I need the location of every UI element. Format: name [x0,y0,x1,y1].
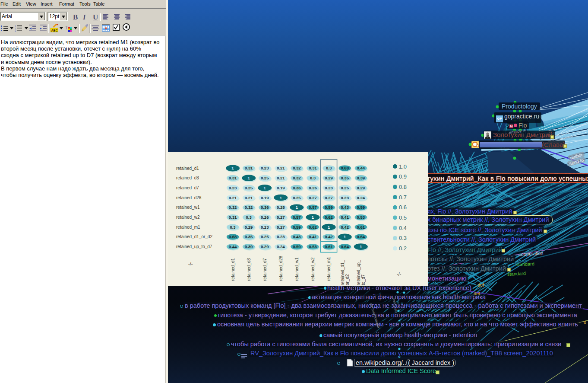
svg-text:0.44: 0.44 [357,166,365,170]
svg-text:1: 1 [328,225,330,230]
svg-text:0.7: 0.7 [399,194,407,201]
svg-text:0.32: 0.32 [229,205,237,210]
svg-text:0.53: 0.53 [309,244,317,249]
svg-text:0.25: 0.25 [261,176,269,180]
svg-text:0.57: 0.57 [293,215,301,220]
svg-text:0.29: 0.29 [325,176,333,180]
svg-text:0.19: 0.19 [261,195,269,200]
svg-text:0.25: 0.25 [245,185,253,190]
svg-text:retained_w2: retained_w2 [176,215,200,220]
svg-text:0.21: 0.21 [245,195,253,200]
svg-text:0.27: 0.27 [309,195,317,200]
svg-text:0.31: 0.31 [309,166,317,170]
svg-text:0.29: 0.29 [245,225,253,230]
svg-text:ABC: ABC [51,29,58,32]
svg-text:0.19: 0.19 [277,185,285,190]
svg-text:to_d7: to_d7 [361,274,366,285]
svg-text:0.5: 0.5 [399,214,407,221]
svg-text:retained_d1: retained_d1 [231,258,235,281]
svg-text:0.23: 0.23 [341,195,349,200]
svg-text:0.23: 0.23 [261,225,269,230]
svg-text:0.42: 0.42 [341,225,349,230]
svg-text:-/-: -/- [188,261,193,266]
svg-text:0.31: 0.31 [229,215,237,220]
svg-text:retained_d1: retained_d1 [176,166,199,171]
svg-text:retained_up_to_d7: retained_up_to_d7 [176,244,212,249]
svg-text:0.59: 0.59 [293,225,301,230]
svg-text:0.23: 0.23 [325,185,333,190]
svg-text:0.9: 0.9 [399,173,407,180]
svg-text:retained_w1: retained_w1 [176,205,200,210]
svg-text:1: 1 [247,176,250,180]
svg-text:0.43: 0.43 [293,234,301,239]
svg-text:0.6: 0.6 [399,204,407,211]
svg-text:0.27: 0.27 [325,195,333,200]
svg-text:1.0: 1.0 [399,163,407,170]
svg-text:retained_w1: retained_w1 [294,257,299,281]
svg-text:0.25: 0.25 [277,205,285,210]
svg-text:T: T [65,24,68,31]
svg-text:0.3: 0.3 [246,215,251,220]
svg-text:1: 1 [296,205,298,210]
svg-text:0.23: 0.23 [229,185,237,190]
svg-text:0.59: 0.59 [293,244,301,249]
svg-text:retained_m1: retained_m1 [326,257,331,281]
svg-text:retained_d1_or_d2: retained_d1_or_d2 [176,234,212,239]
svg-text:0.43: 0.43 [341,205,349,210]
svg-text:1: 1 [280,195,282,200]
svg-text:0.23: 0.23 [261,166,269,170]
svg-text:0.62: 0.62 [309,225,317,230]
svg-text:0.27: 0.27 [277,225,285,230]
svg-text:0.21: 0.21 [229,195,237,200]
svg-text:0.62: 0.62 [325,215,333,220]
svg-text:1: 1 [312,215,314,220]
svg-text:0.41: 0.41 [341,215,349,220]
svg-text:0.32: 0.32 [293,166,301,170]
svg-text:0.32: 0.32 [293,176,301,180]
svg-text:1: 1 [344,234,346,239]
svg-text:retained_d28: retained_d28 [176,195,202,200]
svg-text:0.21: 0.21 [277,166,285,170]
svg-text:0.64: 0.64 [341,244,349,249]
svg-text:0.68: 0.68 [341,166,349,170]
svg-text:0.64: 0.64 [357,234,365,239]
svg-text:retained_d28: retained_d28 [278,255,283,281]
svg-text:0.3: 0.3 [326,166,332,170]
svg-text:retained_d1_: retained_d1_ [340,260,345,285]
svg-text:0.24: 0.24 [357,195,365,200]
svg-text:0.32: 0.32 [245,205,253,210]
svg-text:0.25: 0.25 [293,195,301,200]
svg-text:0.44: 0.44 [229,244,237,249]
svg-text:0.68: 0.68 [229,234,237,239]
svg-text:0.53: 0.53 [357,215,365,220]
svg-text:retained_w2: retained_w2 [310,257,315,281]
svg-text:0.39: 0.39 [245,244,253,249]
svg-text:0.42: 0.42 [325,234,333,239]
svg-text:0.29: 0.29 [357,185,365,190]
svg-text:0.3: 0.3 [399,235,407,241]
svg-text:1: 1 [264,185,266,190]
svg-text:0.31: 0.31 [229,176,237,180]
svg-text:0.25: 0.25 [261,234,269,239]
svg-text:0.59: 0.59 [325,205,333,210]
svg-text:retained_d7: retained_d7 [176,185,199,190]
svg-text:retained_up_: retained_up_ [356,260,361,285]
svg-text:0.4: 0.4 [399,225,407,231]
svg-text:0.35: 0.35 [245,234,253,239]
svg-text:0.35: 0.35 [341,176,349,180]
svg-text:0.24: 0.24 [277,244,285,249]
svg-text:3: 3 [15,29,16,32]
svg-text:0.61: 0.61 [325,244,333,249]
svg-text:0.57: 0.57 [309,205,317,210]
svg-text:retained_m1: retained_m1 [176,225,200,230]
svg-text:0.25: 0.25 [341,185,349,190]
svg-text:0.3: 0.3 [230,225,235,230]
svg-text:0.23: 0.23 [277,234,285,239]
svg-text:0.2: 0.2 [399,245,407,252]
svg-text:retained_d7: retained_d7 [262,258,267,281]
svg-text:retained_d3: retained_d3 [247,258,251,281]
svg-text:0.26: 0.26 [261,215,269,220]
svg-text:0.27: 0.27 [277,215,285,220]
svg-text:0.36: 0.36 [261,205,269,210]
svg-text:0.41: 0.41 [309,234,317,239]
